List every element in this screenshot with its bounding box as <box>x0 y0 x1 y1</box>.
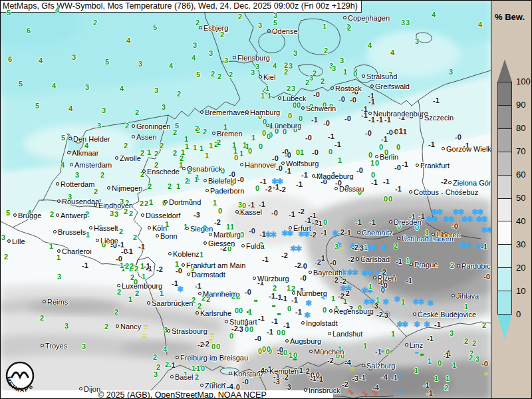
city-marker-icon <box>442 147 445 150</box>
temperature-value: -1 <box>317 375 323 383</box>
temperature-value: 1 <box>300 148 304 156</box>
temperature-value: -0 <box>356 166 363 174</box>
temperature-value: 2 <box>114 308 118 316</box>
temperature-value: 0 <box>229 332 233 340</box>
temperature-value: -0 <box>271 209 278 217</box>
temperature-value: 1 <box>239 150 243 158</box>
city-label: Basel <box>170 373 194 381</box>
city-label: Assen <box>132 133 157 141</box>
city-label: Berlin <box>375 153 398 161</box>
temperature-value: 4 <box>432 11 436 19</box>
city-name: Schwerin <box>306 104 336 112</box>
temperature-value: -1 <box>481 243 487 251</box>
city-label: Wolfsburg <box>281 160 319 168</box>
temperature-value: 1 <box>323 23 327 31</box>
temperature-value: -2 <box>214 218 221 226</box>
temperature-value: 0 <box>239 307 243 315</box>
temperature-value: -1 <box>334 140 341 148</box>
city-label: Erfurt <box>289 224 311 232</box>
temperature-value: -0 <box>300 274 307 282</box>
city-label: Giessen <box>203 239 235 247</box>
city-marker-icon <box>170 375 174 378</box>
colorbar-arrow-bottom-icon <box>497 315 512 340</box>
city-marker-icon <box>357 231 360 234</box>
city-marker-icon <box>200 384 203 387</box>
city-name: Hamburg <box>250 108 280 116</box>
city-name: Augsburg <box>290 337 321 345</box>
temperature-value: 0 <box>218 207 222 215</box>
temperature-value: 2 <box>273 284 277 292</box>
city-marker-icon <box>240 163 243 166</box>
temperature-value: -0 <box>323 119 330 127</box>
city-name: Mannheim <box>203 290 237 298</box>
temperature-value: -1 <box>295 308 302 316</box>
city-marker-icon <box>141 213 144 217</box>
temperature-value: 0 <box>329 148 332 156</box>
temperature-value: -4 <box>381 373 388 381</box>
temperature-value: 0 <box>379 143 383 151</box>
temperature-value: 1 <box>343 68 347 76</box>
city-label: Stralsund <box>362 72 397 80</box>
temperature-value: 3 <box>65 322 68 330</box>
legend-tick: 0 <box>516 309 521 319</box>
legend-tick: 80 <box>516 123 525 133</box>
metmaps-window: EsbjergOdenseCopenhagenFlensburgKielLübe… <box>0 0 532 399</box>
legend-tick: 90 <box>516 100 525 110</box>
temperature-value: 0 <box>388 195 392 203</box>
temperature-value: -1 <box>316 219 323 227</box>
city-name: Liberec <box>436 231 460 239</box>
temperature-value: 5 <box>105 58 109 66</box>
weather-map[interactable]: EsbjergOdenseCopenhagenFlensburgKielLübe… <box>1 1 491 399</box>
legend-tick: 70 <box>516 146 525 156</box>
city-label: Saarbrücken <box>147 299 193 307</box>
city-marker-icon <box>176 356 179 359</box>
temperature-value: -1 <box>301 171 308 179</box>
city-marker-icon <box>265 369 268 372</box>
temperature-value: 2 <box>229 70 233 78</box>
temperature-value: -1 <box>355 218 362 226</box>
city-marker-icon <box>142 170 146 173</box>
temperature-value: 3 <box>162 103 166 111</box>
city-name: Szczecin <box>424 114 454 122</box>
city-label: Lille <box>7 237 25 245</box>
temperature-value: 5 <box>61 134 65 142</box>
city-name: Erfurt <box>293 224 311 232</box>
legend-tick: 10 <box>516 286 525 296</box>
city-marker-icon <box>328 332 331 335</box>
city-name: Bremen <box>217 130 243 138</box>
city-marker-icon <box>196 311 199 315</box>
city-label: Landshut <box>328 330 362 338</box>
city-name: Dortmund <box>169 198 201 206</box>
temperature-value: 0 <box>249 325 253 333</box>
temperature-value: -0 <box>483 273 490 281</box>
city-name: Giessen <box>208 239 235 247</box>
city-marker-icon <box>285 339 289 342</box>
temperature-value: 1 <box>128 295 132 303</box>
city-label: München <box>309 348 344 356</box>
temperature-value: -1 <box>361 111 368 119</box>
temperature-value: 2 <box>130 262 134 270</box>
temperature-value: -1 <box>443 351 450 359</box>
temperature-value: -1 <box>319 254 325 262</box>
city-name: Luxembourg <box>122 282 162 290</box>
city-name: Assen <box>136 133 157 141</box>
temperature-value: 2 <box>177 90 181 98</box>
temperature-value: 3 <box>406 19 410 27</box>
city-label: Esbjerg <box>199 24 228 32</box>
temperature-value: -0 <box>233 383 240 391</box>
city-label: Charleroi <box>57 247 92 255</box>
temperature-value: 2 <box>173 128 177 136</box>
temperature-value: -1 <box>371 178 378 186</box>
city-name: Troyes <box>45 342 67 350</box>
city-name: Linz <box>410 341 423 349</box>
temperature-value: 5 <box>153 23 157 31</box>
temperature-value: 1 <box>176 182 180 190</box>
snow-icon: ✱ <box>394 295 399 303</box>
city-label: Antwerp <box>56 211 87 219</box>
temperature-value: 2 <box>444 384 448 392</box>
city-marker-icon <box>229 372 232 375</box>
city-label: Regensburg <box>329 307 374 315</box>
temperature-value: 1 <box>401 298 405 306</box>
temperature-value: -0 <box>452 222 458 230</box>
temperature-value: 0 <box>211 342 215 350</box>
